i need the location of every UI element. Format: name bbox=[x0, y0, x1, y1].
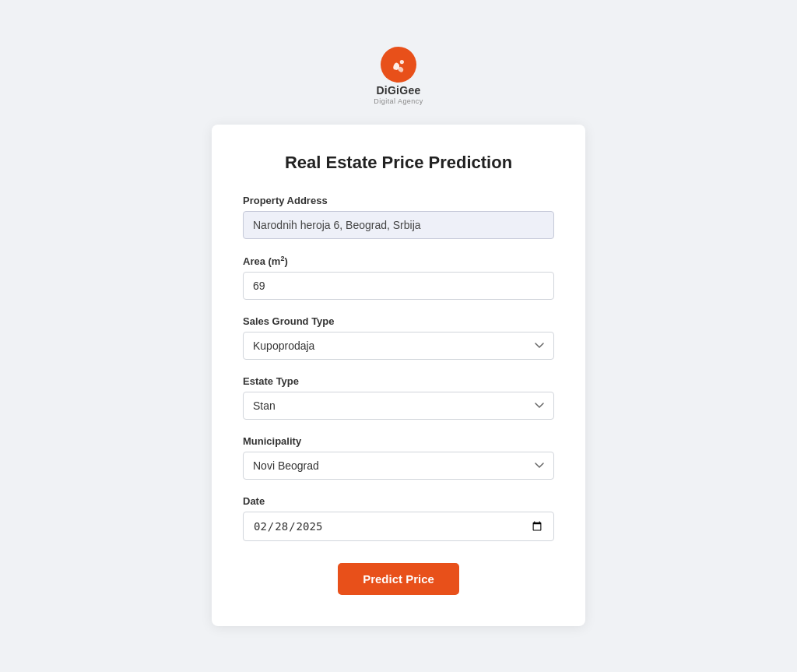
address-group: Property Address bbox=[243, 195, 554, 239]
logo-name: DiGiGee bbox=[374, 84, 423, 97]
estate-type-select[interactable]: Stan Kuća Poslovni prostor Ostalo bbox=[243, 392, 554, 420]
estate-type-group: Estate Type Stan Kuća Poslovni prostor O… bbox=[243, 375, 554, 420]
municipality-group: Municipality Novi Beograd Stari Grad Vra… bbox=[243, 435, 554, 480]
submit-area: Predict Price bbox=[243, 563, 554, 595]
svg-point-0 bbox=[400, 60, 404, 64]
main-card: Real Estate Price Prediction Property Ad… bbox=[212, 125, 585, 626]
date-group: Date bbox=[243, 495, 554, 541]
predict-price-button[interactable]: Predict Price bbox=[338, 563, 459, 595]
sales-ground-type-label: Sales Ground Type bbox=[243, 315, 554, 327]
logo-icon bbox=[381, 47, 416, 83]
area-group: Area (m2) bbox=[243, 255, 554, 300]
area-label: Area (m2) bbox=[243, 255, 554, 267]
municipality-select[interactable]: Novi Beograd Stari Grad Vračar Zvezdara … bbox=[243, 452, 554, 480]
address-label: Property Address bbox=[243, 195, 554, 206]
prediction-form: Property Address Area (m2) Sales Ground … bbox=[243, 195, 554, 595]
date-input[interactable] bbox=[243, 512, 554, 541]
date-label: Date bbox=[243, 495, 554, 507]
logo-text: DiGiGee Digital Agency bbox=[374, 84, 423, 106]
sales-ground-type-select[interactable]: Kupoprodaja Zakup Ostalo bbox=[243, 332, 554, 360]
estate-type-label: Estate Type bbox=[243, 375, 554, 387]
logo-area: DiGiGee Digital Agency bbox=[374, 47, 423, 106]
address-input[interactable] bbox=[243, 211, 554, 239]
sales-ground-type-group: Sales Ground Type Kupoprodaja Zakup Osta… bbox=[243, 315, 554, 360]
area-input[interactable] bbox=[243, 272, 554, 300]
municipality-label: Municipality bbox=[243, 435, 554, 447]
logo-subtitle: Digital Agency bbox=[374, 97, 423, 106]
page-title: Real Estate Price Prediction bbox=[243, 153, 554, 173]
